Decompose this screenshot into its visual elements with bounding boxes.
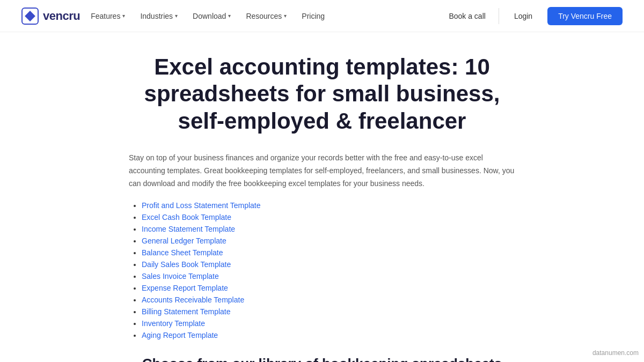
header-divider	[499, 8, 499, 24]
list-item: Balance Sheet Template	[142, 248, 515, 257]
toc-link[interactable]: General Ledger Template	[142, 237, 226, 245]
choose-heading: Choose from our library of bookkeeping s…	[129, 356, 515, 362]
book-call-button[interactable]: Book a call	[442, 8, 492, 25]
list-item: Billing Statement Template	[142, 307, 515, 316]
list-item: Aging Report Template	[142, 331, 515, 339]
logo[interactable]: vencru	[21, 8, 80, 25]
list-item: Profit and Loss Statement Template	[142, 201, 515, 210]
nav-download[interactable]: Download ▾	[193, 12, 231, 20]
toc-link[interactable]: Profit and Loss Statement Template	[142, 201, 261, 210]
logo-icon	[21, 8, 39, 25]
hero-section: Excel accounting templates: 10 spreadshe…	[129, 54, 515, 135]
toc-link[interactable]: Accounts Receivable Template	[142, 295, 244, 304]
watermark: datanumen.com	[592, 349, 639, 357]
logo-text: vencru	[43, 9, 80, 23]
toc-link[interactable]: Billing Statement Template	[142, 307, 231, 316]
toc-link[interactable]: Balance Sheet Template	[142, 248, 223, 257]
nav-resources[interactable]: Resources ▾	[246, 12, 287, 20]
main-nav: Features ▾ Industries ▾ Download ▾ Resou…	[91, 12, 325, 20]
header-actions: Book a call Login Try Vencru Free	[442, 7, 623, 25]
login-button[interactable]: Login	[506, 8, 541, 25]
toc-link[interactable]: Expense Report Template	[142, 284, 228, 292]
toc-link[interactable]: Daily Sales Book Template	[142, 260, 231, 269]
list-item: Daily Sales Book Template	[142, 260, 515, 269]
toc-link[interactable]: Aging Report Template	[142, 331, 218, 339]
try-free-button[interactable]: Try Vencru Free	[547, 7, 623, 25]
chevron-down-icon: ▾	[122, 13, 125, 19]
toc-link[interactable]: Income Statement Template	[142, 225, 235, 233]
hero-description: Stay on top of your business finances an…	[129, 152, 515, 190]
nav-pricing[interactable]: Pricing	[302, 12, 325, 20]
list-item: Income Statement Template	[142, 225, 515, 233]
main-content: Excel accounting templates: 10 spreadshe…	[118, 32, 526, 362]
nav-industries[interactable]: Industries ▾	[140, 12, 178, 20]
list-item: Excel Cash Book Template	[142, 213, 515, 221]
chevron-down-icon: ▾	[284, 13, 287, 19]
logo-diamond	[25, 11, 35, 21]
list-item: Accounts Receivable Template	[142, 295, 515, 304]
list-item: Expense Report Template	[142, 284, 515, 292]
site-header: vencru Features ▾ Industries ▾ Download …	[0, 0, 644, 32]
list-item: Sales Invoice Template	[142, 272, 515, 280]
nav-features[interactable]: Features ▾	[91, 12, 125, 20]
chevron-down-icon: ▾	[228, 13, 231, 19]
chevron-down-icon: ▾	[175, 13, 178, 19]
toc-link[interactable]: Inventory Template	[142, 319, 205, 328]
toc-link[interactable]: Sales Invoice Template	[142, 272, 219, 280]
list-item: Inventory Template	[142, 319, 515, 328]
toc-list: Profit and Loss Statement Template Excel…	[129, 201, 515, 339]
toc-link[interactable]: Excel Cash Book Template	[142, 213, 231, 221]
page-title: Excel accounting templates: 10 spreadshe…	[129, 54, 515, 135]
list-item: General Ledger Template	[142, 237, 515, 245]
